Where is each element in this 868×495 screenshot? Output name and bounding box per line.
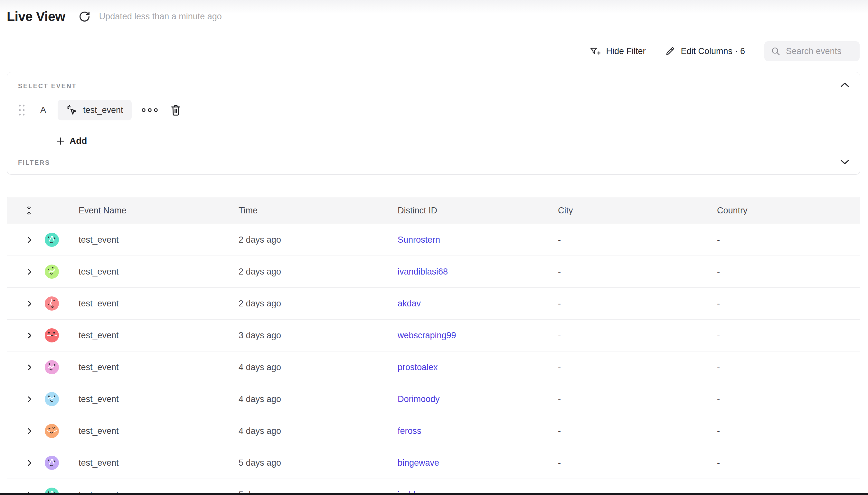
distinct-id-link[interactable]: akdav (397, 299, 421, 308)
toolbar: Hide Filter Edit Columns · 6 (590, 41, 860, 61)
table-header: Event Name Time Distinct ID City Country (7, 197, 860, 224)
city-cell: - (558, 330, 717, 341)
row-expand-button[interactable] (25, 268, 33, 276)
collapse-rows-icon (25, 205, 33, 216)
search-input[interactable] (785, 46, 853, 57)
city-cell: - (558, 267, 717, 277)
column-header-city: City (558, 206, 717, 216)
table-row: test_event 2 days ago akdav - - (7, 288, 860, 320)
chevron-right-icon (25, 300, 33, 308)
time-cell: 4 days ago (239, 394, 397, 404)
add-button-label: Add (70, 136, 87, 146)
event-clause-row: A test_event (18, 100, 181, 120)
edit-columns-label: Edit Columns · 6 (681, 46, 745, 56)
row-expand-button[interactable] (25, 395, 33, 403)
page-title: Live View (7, 9, 65, 24)
city-cell: - (558, 394, 717, 404)
drag-handle-icon[interactable] (18, 104, 25, 117)
row-expand-button[interactable] (25, 363, 33, 371)
event-series-letter: A (39, 105, 47, 115)
event-name-cell: test_event (79, 394, 239, 404)
hide-filter-label: Hide Filter (606, 46, 646, 56)
hide-filter-button[interactable]: Hide Filter (590, 46, 646, 56)
city-cell: - (558, 426, 717, 436)
table-row: test_event 2 days ago Sunrostern - - (7, 224, 860, 256)
row-expand-button[interactable] (25, 459, 33, 467)
distinct-id-link[interactable]: webscraping99 (397, 330, 456, 340)
pencil-icon (665, 46, 675, 56)
row-expand-button[interactable] (25, 300, 33, 308)
event-name-cell: test_event (79, 362, 239, 372)
country-cell: - (717, 458, 860, 468)
event-name-cell: test_event (79, 458, 239, 468)
plus-icon (56, 137, 65, 146)
row-expand-button[interactable] (25, 331, 33, 340)
event-name-cell: test_event (79, 267, 239, 277)
distinct-id-link[interactable]: ivandiblasi68 (397, 267, 448, 276)
chevron-up-icon (840, 82, 850, 88)
events-table: Event Name Time Distinct ID City Country… (7, 197, 860, 495)
avatar (45, 328, 59, 342)
event-name-cell: test_event (79, 426, 239, 436)
distinct-id-link[interactable]: feross (397, 426, 422, 436)
collapse-rows-button[interactable] (25, 205, 33, 216)
query-builder-panel: SELECT EVENT A (7, 72, 860, 175)
table-row: test_event 4 days ago feross - - (7, 415, 860, 447)
column-header-distinct-id: Distinct ID (397, 206, 558, 216)
trash-icon (170, 104, 181, 116)
filters-label: FILTERS (18, 159, 50, 166)
event-name-cell: test_event (79, 330, 239, 341)
country-cell: - (717, 330, 860, 341)
distinct-id-link[interactable]: Sunrostern (397, 235, 440, 244)
chevron-right-icon (25, 395, 33, 403)
chevron-right-icon (25, 459, 33, 467)
avatar (45, 296, 59, 311)
distinct-id-link[interactable]: prostoalex (397, 362, 438, 372)
country-cell: - (717, 426, 860, 436)
city-cell: - (558, 235, 717, 245)
avatar (45, 360, 59, 374)
avatar (45, 264, 59, 279)
country-cell: - (717, 299, 860, 309)
avatar (45, 392, 59, 406)
distinct-id-link[interactable]: bingewave (397, 458, 439, 468)
column-header-country: Country (717, 206, 860, 216)
table-row: test_event 2 days ago ivandiblasi68 - - (7, 256, 860, 288)
chevron-down-icon (840, 159, 850, 165)
title-row: Live View Updated less than a minute ago (7, 9, 222, 24)
more-options-button[interactable] (141, 106, 158, 114)
table-row: test_event 4 days ago prostoalex - - (7, 352, 860, 383)
bottom-window-edge (0, 493, 868, 495)
time-cell: 2 days ago (239, 235, 397, 245)
row-expand-button[interactable] (25, 427, 33, 435)
updated-status-text: Updated less than a minute ago (99, 12, 222, 21)
edit-columns-button[interactable]: Edit Columns · 6 (665, 46, 745, 56)
column-header-time: Time (239, 206, 397, 216)
country-cell: - (717, 394, 860, 404)
select-event-label: SELECT EVENT (18, 82, 76, 90)
panel-divider (7, 149, 860, 149)
table-row: test_event 5 days ago bingewave - - (7, 447, 860, 479)
time-cell: 5 days ago (239, 458, 397, 468)
row-expand-button[interactable] (25, 236, 33, 244)
chevron-right-icon (25, 331, 33, 340)
chevron-right-icon (25, 236, 33, 244)
avatar (45, 456, 59, 470)
search-icon (771, 46, 780, 56)
country-cell: - (717, 267, 860, 277)
event-selector-pill[interactable]: test_event (58, 100, 132, 120)
chevron-right-icon (25, 427, 33, 435)
avatar (45, 424, 59, 438)
search-box[interactable] (764, 41, 860, 61)
refresh-button[interactable] (79, 11, 90, 22)
expand-filters-button[interactable] (839, 158, 851, 166)
event-name-cell: test_event (79, 299, 239, 309)
delete-event-button[interactable] (170, 104, 181, 116)
country-cell: - (717, 235, 860, 245)
collapse-select-event-button[interactable] (839, 81, 851, 89)
time-cell: 3 days ago (239, 330, 397, 341)
add-event-button[interactable]: Add (56, 136, 87, 146)
distinct-id-link[interactable]: Dorimoody (397, 394, 440, 404)
filter-plus-icon (590, 46, 600, 56)
country-cell: - (717, 362, 860, 372)
